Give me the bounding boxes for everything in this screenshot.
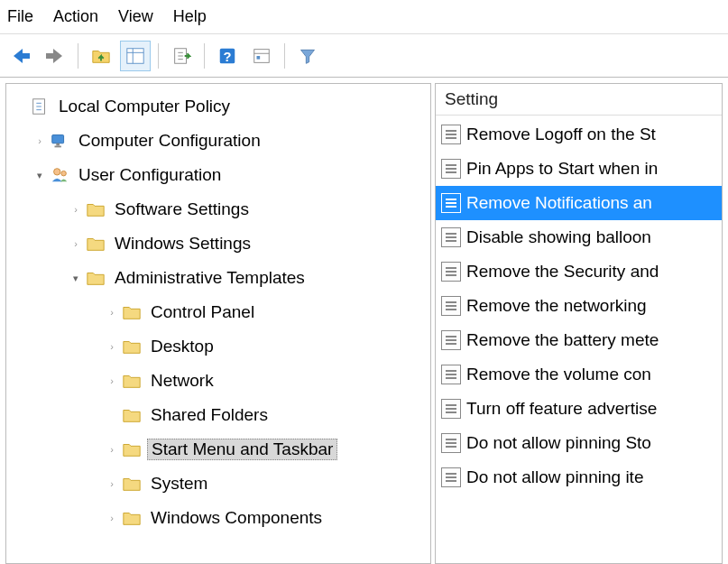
expander-open[interactable]: ▾: [32, 167, 48, 183]
expander-closed[interactable]: ›: [104, 304, 120, 320]
expander-open[interactable]: ▾: [68, 270, 84, 286]
svg-rect-8: [257, 56, 261, 60]
tree-item-label: Administrative Templates: [115, 268, 305, 287]
setting-icon: [441, 262, 461, 282]
back-button[interactable]: [5, 41, 36, 71]
tree-item[interactable]: ›Network: [8, 364, 429, 398]
svg-point-14: [61, 171, 67, 176]
setting-icon: [441, 159, 461, 179]
svg-rect-6: [254, 49, 270, 62]
help-button[interactable]: ?: [212, 41, 243, 71]
setting-item[interactable]: Remove the battery mete: [436, 323, 722, 357]
setting-item[interactable]: Remove the Security and: [436, 254, 722, 289]
folder-icon: [122, 337, 142, 356]
setting-label: Remove the volume con: [466, 365, 651, 384]
toolbar-separator: [158, 43, 159, 69]
toolbar-separator: [204, 43, 205, 69]
filter-icon: [299, 47, 317, 65]
show-hide-tree-button[interactable]: [120, 41, 151, 71]
setting-item[interactable]: Remove Logoff on the St: [436, 117, 722, 152]
computer-config-icon: [50, 131, 69, 151]
tree-item-label: Shared Folders: [151, 405, 268, 424]
console-tree-icon: [125, 46, 145, 66]
setting-label: Remove the Security and: [466, 262, 659, 282]
main-content: Local Computer Policy ›Computer Configur…: [0, 78, 728, 564]
folder-up-icon: [91, 46, 111, 66]
tree-root-label: Local Computer Policy: [59, 97, 230, 116]
setting-item[interactable]: Pin Apps to Start when in: [436, 152, 722, 186]
arrow-right-icon: [44, 45, 66, 67]
setting-icon: [441, 125, 461, 144]
setting-item[interactable]: Remove the volume con: [436, 357, 722, 392]
setting-label: Remove the networking: [466, 296, 647, 316]
tree-item-label: Desktop: [151, 337, 214, 356]
menu-help[interactable]: Help: [173, 7, 207, 26]
expander-closed[interactable]: ›: [104, 373, 120, 389]
tree-item-label: Computer Configuration: [78, 131, 261, 150]
folder-icon: [86, 268, 106, 288]
arrow-left-icon: [10, 45, 32, 67]
properties-icon: [252, 46, 272, 66]
forward-button[interactable]: [40, 41, 70, 71]
tree-item[interactable]: ›Windows Settings: [8, 227, 429, 261]
export-list-button[interactable]: [166, 41, 197, 71]
setting-label: Pin Apps to Start when in: [466, 159, 658, 179]
setting-icon: [441, 365, 461, 384]
svg-rect-11: [56, 143, 60, 146]
properties-button[interactable]: [246, 41, 277, 71]
tree-item[interactable]: ›System: [8, 467, 429, 501]
list-column-header-setting[interactable]: Setting: [436, 84, 722, 116]
setting-label: Do not allow pinning Sto: [466, 433, 651, 453]
export-list-icon: [171, 46, 191, 66]
setting-label: Remove the battery mete: [466, 330, 659, 350]
expander-closed[interactable]: ›: [104, 441, 120, 458]
setting-icon: [441, 399, 461, 419]
tree-root[interactable]: Local Computer Policy: [8, 89, 429, 124]
tree-item[interactable]: ›Software Settings: [8, 192, 429, 227]
help-icon: ?: [217, 46, 237, 66]
expander-closed[interactable]: ›: [68, 201, 84, 217]
setting-icon: [441, 467, 461, 487]
expander-closed[interactable]: ›: [104, 476, 120, 492]
tree-item[interactable]: ›Computer Configuration: [8, 124, 429, 158]
tree-item[interactable]: ›Desktop: [8, 329, 429, 364]
setting-item[interactable]: Do not allow pinning ite: [436, 460, 722, 495]
expander-closed[interactable]: ›: [104, 510, 120, 526]
tree-item[interactable]: ›Control Panel: [8, 295, 429, 329]
tree-item[interactable]: Shared Folders: [8, 398, 429, 432]
folder-icon: [122, 508, 142, 528]
expander-none: [12, 98, 28, 115]
tree-item-label: Network: [151, 371, 214, 390]
folder-icon: [122, 405, 142, 425]
tree-item[interactable]: ›Start Menu and Taskbar: [8, 432, 429, 467]
list-pane: Setting Remove Logoff on the StPin Apps …: [435, 83, 723, 564]
tree-item[interactable]: ›Windows Components: [8, 501, 429, 535]
tree-item[interactable]: ▾Administrative Templates: [8, 261, 429, 295]
tree-item-label: Start Menu and Taskbar: [152, 439, 333, 458]
expander-closed[interactable]: ›: [104, 338, 120, 355]
policy-root-icon: [30, 97, 50, 116]
menu-view[interactable]: View: [118, 7, 153, 26]
svg-rect-12: [55, 146, 61, 148]
filter-button[interactable]: [292, 41, 323, 71]
setting-icon: [441, 330, 461, 350]
expander-closed[interactable]: ›: [32, 133, 48, 149]
setting-item[interactable]: Remove the networking: [436, 289, 722, 323]
setting-label: Do not allow pinning ite: [466, 467, 643, 487]
setting-item[interactable]: Turn off feature advertise: [436, 392, 722, 426]
folder-icon: [122, 474, 142, 494]
menu-action[interactable]: Action: [53, 7, 98, 26]
svg-rect-0: [127, 48, 143, 63]
svg-text:?: ?: [224, 49, 232, 63]
expander-closed[interactable]: ›: [68, 236, 84, 252]
menu-file[interactable]: File: [7, 7, 33, 26]
tree-item-label: Windows Components: [151, 508, 322, 527]
tree-item[interactable]: ▾User Configuration: [8, 158, 429, 192]
setting-item[interactable]: Disable showing balloon: [436, 220, 722, 254]
setting-item[interactable]: Remove Notifications an: [436, 186, 722, 220]
setting-icon: [441, 433, 461, 453]
toolbar: ?: [0, 34, 728, 78]
folder-icon: [122, 371, 142, 391]
setting-item[interactable]: Do not allow pinning Sto: [436, 426, 722, 460]
up-level-button[interactable]: [86, 41, 116, 71]
